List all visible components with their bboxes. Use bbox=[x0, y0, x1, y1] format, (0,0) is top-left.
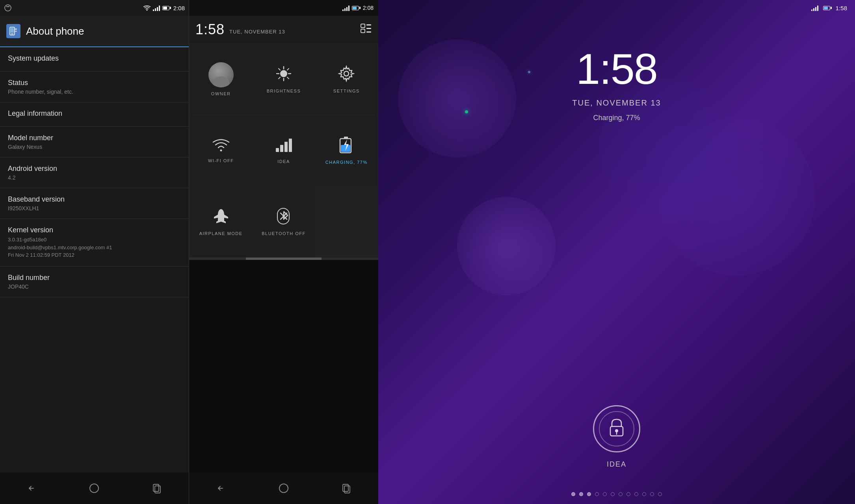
quick-tile-charging[interactable]: CHARGING, 77% bbox=[316, 115, 377, 186]
quick-tile-idea[interactable]: IDEA bbox=[253, 115, 314, 186]
wifi-off-icon bbox=[212, 138, 230, 154]
svg-point-2 bbox=[7, 6, 7, 7]
signal-bars-icon bbox=[275, 137, 292, 155]
lock-signal-icon bbox=[811, 5, 818, 11]
list-item-status[interactable]: Status Phone number, signal, etc. bbox=[0, 72, 189, 102]
back-button[interactable] bbox=[22, 478, 41, 498]
svg-point-27 bbox=[344, 71, 349, 76]
item-title-model: Model number bbox=[8, 134, 181, 142]
bluetooth-icon bbox=[277, 208, 291, 227]
about-phone-icon bbox=[6, 24, 20, 38]
status-right-icons: 2:08 bbox=[143, 5, 185, 11]
svg-rect-32 bbox=[289, 139, 292, 152]
quick-home-button[interactable] bbox=[274, 478, 294, 498]
home-icon bbox=[89, 483, 100, 494]
list-item-system-updates[interactable]: System updates bbox=[0, 47, 189, 72]
quick-tile-bluetooth-label: BLUETOOTH OFF bbox=[262, 231, 306, 236]
quick-recents-button[interactable] bbox=[337, 478, 357, 498]
airplane-mode-icon bbox=[212, 208, 230, 227]
lock-dot-5 bbox=[603, 492, 607, 496]
lock-dot-8 bbox=[626, 492, 630, 496]
svg-rect-9 bbox=[15, 31, 17, 32]
svg-rect-34 bbox=[344, 137, 348, 139]
quick-tile-airplane[interactable]: AIRPLANE MODE bbox=[190, 186, 252, 257]
quick-clock: 1:58 bbox=[195, 21, 225, 38]
svg-rect-30 bbox=[280, 145, 283, 152]
quick-nav-bar bbox=[189, 472, 378, 504]
panel-lock-screen: 1:58 1:58 TUE, NOVEMBER 13 Charging, 77% bbox=[378, 0, 855, 504]
quick-tiles-grid: OWNER BRIGHTNESS bbox=[189, 43, 378, 258]
signal-icon bbox=[153, 5, 160, 11]
item-subtitle-build: JOP40C bbox=[8, 284, 181, 290]
svg-rect-11 bbox=[153, 484, 159, 491]
lock-charging-status: Charging, 77% bbox=[593, 114, 640, 122]
recents-button[interactable] bbox=[147, 478, 167, 498]
lock-ring[interactable] bbox=[593, 405, 640, 452]
quick-tile-airplane-label: AIRPLANE MODE bbox=[199, 231, 243, 236]
quick-tile-bluetooth[interactable]: BLUETOOTH OFF bbox=[253, 186, 314, 257]
lock-dot-3 bbox=[587, 492, 591, 496]
lock-carrier-label: IDEA bbox=[607, 460, 626, 469]
quick-menu-button[interactable] bbox=[360, 24, 372, 35]
quick-header: 1:58 TUE, NOVEMBER 13 bbox=[189, 16, 378, 43]
svg-rect-31 bbox=[284, 142, 288, 152]
about-nav-bar bbox=[0, 472, 189, 504]
about-content: System updates Status Phone number, sign… bbox=[0, 47, 189, 472]
svg-point-10 bbox=[90, 484, 99, 493]
wifi-status-icon bbox=[143, 5, 151, 11]
svg-rect-35 bbox=[341, 145, 350, 152]
list-item-legal[interactable]: Legal information bbox=[0, 102, 189, 127]
item-subtitle-baseband: I9250XXLH1 bbox=[8, 205, 181, 211]
status-time: 2:08 bbox=[173, 5, 185, 11]
lock-dot-6 bbox=[611, 492, 615, 496]
owner-avatar bbox=[208, 62, 234, 87]
battery-charging-icon bbox=[339, 136, 353, 156]
lock-unlock-area[interactable]: IDEA bbox=[593, 405, 640, 469]
quick-tile-owner-label: OWNER bbox=[211, 91, 231, 96]
svg-rect-15 bbox=[366, 32, 371, 33]
lock-dot-10 bbox=[642, 492, 646, 496]
lock-padlock-icon bbox=[608, 418, 625, 440]
lock-status-bar: 1:58 bbox=[378, 0, 855, 16]
svg-rect-16 bbox=[361, 24, 365, 28]
about-header: About phone bbox=[0, 16, 189, 47]
quick-scrollbar bbox=[189, 258, 378, 260]
quick-tile-brightness[interactable]: BRIGHTNESS bbox=[253, 44, 314, 115]
quick-tile-charging-label: CHARGING, 77% bbox=[325, 160, 368, 165]
lock-dot-11 bbox=[650, 492, 654, 496]
quick-tile-settings[interactable]: SETTINGS bbox=[316, 44, 377, 115]
lock-dot-4 bbox=[595, 492, 599, 496]
list-item-kernel[interactable]: Kernel version 3.0.31-gd5a18e0 android-b… bbox=[0, 219, 189, 267]
svg-point-4 bbox=[146, 9, 147, 11]
list-item-model[interactable]: Model number Galaxy Nexus bbox=[0, 127, 189, 158]
list-item-baseband[interactable]: Baseband version I9250XXLH1 bbox=[0, 188, 189, 219]
list-item-android-version[interactable]: Android version 4.2 bbox=[0, 158, 189, 188]
quick-signal-icon bbox=[342, 5, 349, 11]
recents-icon bbox=[152, 483, 163, 494]
item-subtitle-model: Galaxy Nexus bbox=[8, 144, 181, 150]
quick-tile-brightness-label: BRIGHTNESS bbox=[267, 89, 301, 93]
quick-tile-idea-label: IDEA bbox=[277, 159, 290, 164]
about-status-bar: 2:08 bbox=[0, 0, 189, 16]
lock-dot-1 bbox=[571, 492, 575, 496]
item-title-status: Status bbox=[8, 79, 181, 87]
svg-rect-29 bbox=[276, 148, 279, 152]
quick-recents-icon bbox=[341, 483, 352, 494]
quick-date: TUE, NOVEMBER 13 bbox=[229, 29, 285, 35]
lock-date: TUE, NOVEMBER 13 bbox=[572, 98, 661, 107]
svg-rect-39 bbox=[343, 484, 348, 491]
menu-list-icon bbox=[360, 24, 372, 33]
item-subtitle-kernel: 3.0.31-gd5a18e0 android-build@vpbs1.mtv.… bbox=[8, 236, 181, 259]
home-button[interactable] bbox=[84, 478, 104, 498]
quick-empty-area bbox=[189, 260, 378, 472]
quick-back-button[interactable] bbox=[211, 478, 230, 498]
lock-dot-9 bbox=[634, 492, 638, 496]
quick-tile-owner[interactable]: OWNER bbox=[190, 44, 252, 115]
item-subtitle-status: Phone number, signal, etc. bbox=[8, 89, 181, 95]
lock-dot-12 bbox=[658, 492, 662, 496]
quick-scrollbar-thumb bbox=[246, 258, 322, 260]
brightness-icon bbox=[275, 65, 292, 85]
quick-tile-wifi[interactable]: WI-FI OFF bbox=[190, 115, 252, 186]
list-item-build[interactable]: Build number JOP40C bbox=[0, 267, 189, 297]
item-title-legal: Legal information bbox=[8, 109, 181, 118]
